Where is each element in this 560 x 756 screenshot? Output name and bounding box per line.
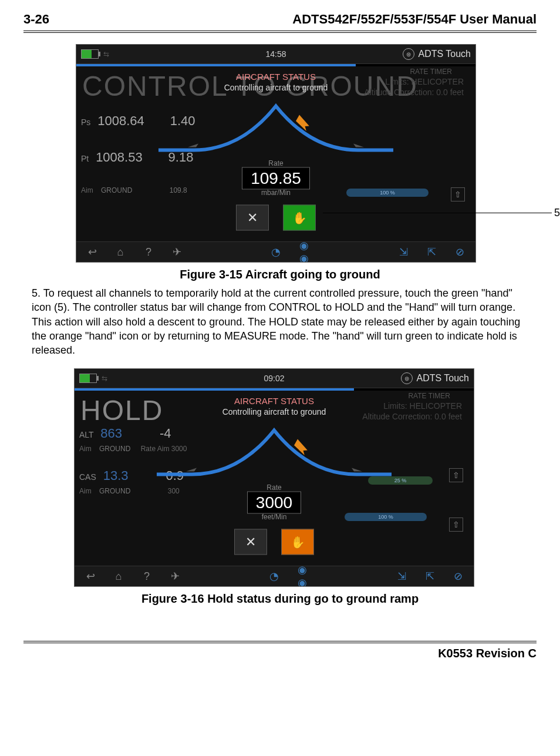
gauge-icon[interactable]: ◔	[268, 246, 284, 258]
takeoff-icon[interactable]: ⇱	[424, 246, 439, 258]
status-overlay: AIRCRAFT STATUS Controlling aircraft to …	[151, 396, 397, 555]
help-icon[interactable]: ?	[139, 570, 154, 583]
aim1-label: Aim	[79, 445, 92, 453]
aim2-label: Aim	[79, 487, 92, 495]
arrow-up-icon[interactable]: ⇧	[449, 468, 463, 482]
dual-gauge-icon[interactable]: ◉ ◉	[295, 563, 310, 586]
screenshot-2: ⇆ 09:02 ⊛ ADTS Touch RATE TIMER HOLD Lim…	[75, 369, 474, 586]
brand-label: ADTS Touch	[416, 373, 469, 384]
aim-label: Aim	[81, 186, 93, 194]
back-icon[interactable]: ↩	[83, 570, 98, 583]
rate-value: 3000	[247, 492, 301, 514]
battery-icon	[81, 49, 99, 59]
alt-label: ALT	[79, 430, 93, 439]
arrow-up-icon[interactable]: ⇧	[451, 187, 465, 201]
right-arrows: ⇧ ⇧	[449, 468, 463, 532]
pt-value: 1008.53	[96, 150, 143, 164]
plane-mode-icon[interactable]: ✈	[167, 570, 183, 583]
takeoff-icon[interactable]: ⇱	[422, 570, 437, 583]
rate-curve	[153, 95, 399, 159]
pt-label: Pt	[81, 154, 89, 163]
brand-label: ADTS Touch	[418, 49, 471, 59]
plane-mode-icon[interactable]: ✈	[169, 246, 184, 258]
progress-pill-25: 25 %	[368, 476, 433, 485]
cas-label: CAS	[79, 472, 96, 482]
callout-line	[323, 213, 552, 213]
aim1-value: GROUND	[99, 445, 130, 453]
rate-timer-label: RATE TIMER	[408, 392, 450, 400]
rate-value: 109.85	[242, 167, 310, 190]
screenshot-1: ⇆ 14:58 ⊛ ADTS Touch RATE TIMER CONTROL …	[76, 45, 475, 262]
hand-icon: ✋	[291, 535, 305, 549]
progress-pill-100: 100 %	[345, 513, 427, 521]
right-arrows: ⇧	[451, 187, 465, 201]
bottom-toolbar: ↩ ⌂ ? ✈ ◔ ◉ ◉ ⇲ ⇱ ⊘	[75, 566, 474, 586]
alt-value: 863	[100, 426, 122, 441]
status-title: AIRCRAFT STATUS	[151, 396, 397, 406]
topbar: ⇆ 14:58 ⊛ ADTS Touch	[76, 45, 475, 64]
hand-icon: ✋	[292, 211, 307, 225]
callout-5: 5	[554, 207, 560, 219]
topbar: ⇆ 09:02 ⊛ ADTS Touch	[75, 369, 474, 388]
dual-gauge-icon[interactable]: ◉ ◉	[296, 239, 312, 262]
figure-3-15-wrap: ⇆ 14:58 ⊛ ADTS Touch RATE TIMER CONTROL …	[76, 45, 475, 262]
manual-title: ADTS542F/552F/553F/554F User Manual	[292, 12, 537, 27]
aim-value: GROUND	[101, 186, 132, 194]
brand: ⊛ ADTS Touch	[403, 48, 471, 60]
clock: 09:02	[264, 374, 284, 383]
status-title: AIRCRAFT STATUS	[153, 72, 399, 82]
hold-hand-button[interactable]: ✋	[281, 529, 314, 555]
cross-plane-icon[interactable]: ⊘	[450, 570, 465, 583]
cross-plane-icon[interactable]: ⊘	[452, 246, 467, 258]
rate-label: Rate	[153, 159, 399, 167]
page-header: 3-26 ADTS542F/552F/553F/554F User Manual	[23, 12, 537, 33]
status-subtitle: Controlling aircraft to ground	[153, 83, 399, 92]
rate-label: Rate	[151, 483, 397, 492]
page-number: 3-26	[23, 12, 49, 27]
cancel-button[interactable]: ✕	[234, 529, 267, 555]
page-footer: K0553 Revision C	[23, 641, 537, 660]
arrow-up-icon[interactable]: ⇧	[449, 518, 463, 532]
home-icon[interactable]: ⌂	[113, 246, 128, 258]
cas-value: 13.3	[103, 468, 129, 483]
wifi-icon: ⇆	[102, 374, 107, 382]
ps-value: 1008.64	[97, 113, 144, 128]
gauge-icon[interactable]: ◔	[266, 570, 282, 583]
status-subtitle: Controlling aircraft to ground	[151, 407, 397, 416]
land-icon[interactable]: ⇲	[394, 570, 409, 583]
figure-3-16-wrap: ⇆ 09:02 ⊛ ADTS Touch RATE TIMER HOLD Lim…	[75, 369, 485, 586]
back-icon[interactable]: ↩	[85, 246, 100, 258]
status-overlay: AIRCRAFT STATUS Controlling aircraft to …	[153, 72, 399, 231]
aim2-value: GROUND	[99, 487, 130, 495]
clock: 14:58	[265, 49, 286, 59]
brand: ⊛ ADTS Touch	[401, 372, 469, 384]
wifi-icon: ⇆	[103, 50, 109, 58]
ge-logo-icon: ⊛	[401, 372, 413, 384]
land-icon[interactable]: ⇲	[396, 246, 411, 258]
figure-3-16-caption: Figure 3-16 Hold status during go to gro…	[23, 592, 537, 606]
figure-3-15-caption: Figure 3-15 Aircraft going to ground	[23, 268, 537, 281]
battery-icon	[79, 374, 97, 383]
step-5-text: 5. To request all channels to temporaril…	[32, 286, 528, 357]
ps-label: Ps	[81, 117, 90, 127]
bottom-toolbar: ↩ ⌂ ? ✈ ◔ ◉ ◉ ⇲ ⇱ ⊘	[76, 241, 475, 262]
hold-hand-button[interactable]: ✋	[283, 205, 316, 231]
help-icon[interactable]: ?	[141, 246, 156, 258]
home-icon[interactable]: ⌂	[111, 570, 126, 583]
ge-logo-icon: ⊛	[403, 48, 414, 60]
revision-label: K0553 Revision C	[438, 647, 537, 660]
cancel-button[interactable]: ✕	[236, 205, 269, 231]
progress-pill: 100 %	[346, 189, 429, 197]
rate-curve	[151, 419, 397, 483]
